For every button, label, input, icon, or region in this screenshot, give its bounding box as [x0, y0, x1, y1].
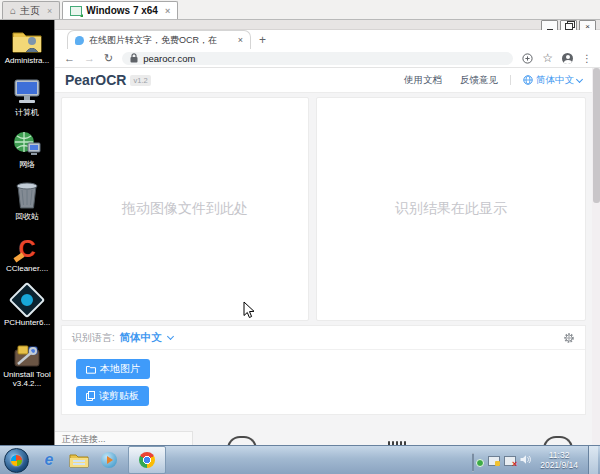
recycle-bin-icon — [14, 180, 40, 210]
desktop-icon-label: PCHunter6... — [4, 318, 50, 327]
vm-monitor-icon — [70, 6, 82, 16]
desktop-icon-label: 回收站 — [15, 212, 39, 221]
close-icon[interactable]: × — [47, 6, 52, 16]
local-image-label: 本地图片 — [100, 363, 140, 375]
browser-tab[interactable]: 在线图片转文字，免费OCR，在 × — [67, 30, 251, 49]
taskbar-chrome-button-active[interactable] — [128, 446, 166, 474]
system-tray: 11:32 2021/9/14 — [472, 446, 600, 474]
ocr-language-value[interactable]: 简体中文 — [120, 331, 162, 345]
home-icon: ⌂ — [10, 5, 16, 16]
file-explorer-icon — [69, 452, 89, 468]
pearocr-page: PearOCR v1.2 使用文档 反馈意见 简体中文 — [55, 68, 600, 446]
browser-status-bubble: 正在连接... — [55, 431, 193, 446]
ui-language-selector[interactable]: 简体中文 — [523, 74, 582, 87]
chevron-down-icon — [576, 75, 583, 82]
ccleaner-icon: C — [18, 232, 35, 262]
browser-tabstrip: 在线图片转文字，免费OCR，在 × + — [55, 30, 600, 49]
chrome-icon — [139, 452, 155, 468]
window-titlebar[interactable]: × — [55, 19, 600, 30]
volume-icon[interactable] — [520, 454, 532, 466]
desktop-icon-ccleaner[interactable]: C CCleaner.... — [0, 232, 54, 273]
globe-icon — [523, 75, 533, 85]
desktop-icon-label: CCleaner.... — [6, 264, 48, 273]
desktop-icon-computer[interactable]: 计算机 — [0, 76, 54, 117]
console-tab-bar: ⌂ 主页 × Windows 7 x64 × — [0, 0, 600, 20]
forward-button[interactable]: → — [84, 53, 95, 64]
user-folder-icon — [12, 24, 42, 54]
pearocr-favicon — [75, 36, 84, 45]
show-desktop-button[interactable] — [588, 446, 598, 474]
media-player-icon — [101, 452, 117, 468]
desktop-icon-label: Administra... — [5, 56, 49, 65]
profile-avatar-icon[interactable] — [562, 53, 573, 64]
clipboard-icon — [86, 391, 95, 401]
start-button[interactable] — [4, 448, 29, 473]
browser-toolbar: ← → ↻ pearocr.com ☆ ⋮ — [55, 49, 600, 68]
drop-zone-hint: 拖动图像文件到此处 — [122, 200, 248, 218]
new-tab-button[interactable]: + — [259, 33, 266, 47]
windows-taskbar: e 11:32 2021/9/14 — [0, 445, 600, 474]
ocr-language-label: 识别语言: — [72, 331, 115, 345]
read-clipboard-label: 读剪贴板 — [99, 390, 139, 402]
desktop-icon-label: Uninstall Tool v3.4.2... — [1, 370, 53, 388]
console-tab-vm[interactable]: Windows 7 x64 × — [62, 1, 178, 19]
clock-date: 2021/9/14 — [540, 460, 578, 470]
taskbar-clock[interactable]: 11:32 2021/9/14 — [540, 450, 578, 470]
console-tab-home-label: 主页 — [20, 4, 40, 18]
update-warning-icon[interactable] — [488, 454, 500, 466]
vm-screen: ⌂ 主页 × Windows 7 x64 × Administra... — [0, 0, 600, 474]
tab-close-icon[interactable]: × — [238, 35, 243, 45]
console-tab-vm-label: Windows 7 x64 — [86, 5, 158, 16]
page-scrollbar[interactable] — [592, 68, 600, 446]
site-header: PearOCR v1.2 使用文档 反馈意见 简体中文 — [55, 68, 592, 93]
nav-docs-link[interactable]: 使用文档 — [404, 74, 442, 87]
result-panel-hint: 识别结果在此显示 — [395, 200, 507, 218]
taskbar-ie-button[interactable]: e — [34, 447, 64, 473]
desktop-icon-administrator[interactable]: Administra... — [0, 24, 54, 65]
console-tab-home[interactable]: ⌂ 主页 × — [2, 1, 60, 19]
local-image-button[interactable]: 本地图片 — [76, 359, 150, 379]
taskbar-media-player-button[interactable] — [94, 447, 124, 473]
ocr-language-row: 识别语言: 简体中文 — [62, 326, 585, 350]
image-drop-zone[interactable]: 拖动图像文件到此处 — [61, 97, 309, 321]
desktop-icon-label: 计算机 — [15, 108, 39, 117]
desktop-icon-pchunter[interactable]: PCHunter6... — [0, 284, 54, 327]
network-icon — [12, 128, 42, 158]
ui-language-label: 简体中文 — [536, 74, 574, 87]
send-to-devices-icon[interactable] — [522, 53, 533, 64]
folder-icon — [86, 365, 96, 374]
computer-icon — [12, 76, 42, 106]
bookmark-star-icon[interactable]: ☆ — [542, 53, 553, 64]
close-icon[interactable]: × — [165, 6, 170, 16]
scrollbar-thumb[interactable] — [593, 68, 600, 203]
result-panel: 识别结果在此显示 — [316, 97, 586, 321]
chrome-window: × 在线图片转文字，免费OCR，在 × + ← → ↻ pearocr.com — [54, 19, 600, 446]
windows-logo-icon — [11, 455, 22, 466]
controls-card: 识别语言: 简体中文 本地图片 — [61, 325, 586, 415]
desktop-icon-network[interactable]: 网络 — [0, 128, 54, 169]
action-buttons: 本地图片 读剪贴板 — [62, 350, 585, 415]
desktop-icon-column: Administra... 计算机 — [0, 24, 54, 388]
header-divider — [510, 75, 511, 85]
clock-time: 11:32 — [540, 450, 578, 460]
read-clipboard-button[interactable]: 读剪贴板 — [76, 386, 149, 406]
action-center-icon[interactable] — [472, 454, 484, 466]
version-badge: v1.2 — [130, 75, 150, 86]
desktop-icon-uninstall-tool[interactable]: Uninstall Tool v3.4.2... — [0, 338, 54, 388]
taskbar-explorer-button[interactable] — [64, 447, 94, 473]
desktop-icon-label: 网络 — [19, 160, 35, 169]
settings-gear-icon[interactable] — [563, 332, 575, 344]
reload-button[interactable]: ↻ — [104, 53, 113, 64]
mouse-cursor — [243, 301, 255, 319]
uninstall-tool-icon — [12, 338, 42, 368]
network-disconnected-icon[interactable] — [504, 454, 516, 466]
site-brand[interactable]: PearOCR — [65, 72, 126, 88]
internet-explorer-icon: e — [45, 451, 54, 469]
toolbar-right-icons: ☆ ⋮ — [522, 53, 592, 64]
chevron-down-icon — [167, 333, 174, 340]
browser-menu-icon[interactable]: ⋮ — [582, 53, 592, 64]
desktop-icon-recycle-bin[interactable]: 回收站 — [0, 180, 54, 221]
back-button[interactable]: ← — [64, 53, 75, 64]
nav-feedback-link[interactable]: 反馈意见 — [460, 74, 498, 87]
address-bar[interactable]: pearocr.com — [122, 52, 513, 65]
